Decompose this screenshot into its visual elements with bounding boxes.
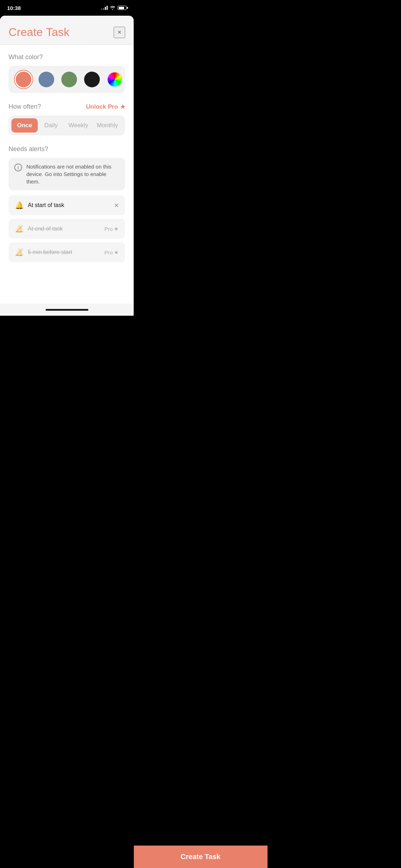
home-bar bbox=[46, 309, 88, 311]
alerts-section: Needs alerts? i Notifications are not en… bbox=[9, 145, 125, 262]
close-button[interactable]: × bbox=[114, 27, 125, 38]
color-option-rainbow[interactable] bbox=[107, 72, 123, 87]
star-icon: ★ bbox=[120, 103, 125, 110]
freq-once-button[interactable]: Once bbox=[11, 118, 38, 133]
sheet-header: Create Task × bbox=[0, 16, 134, 45]
color-option-pink[interactable] bbox=[16, 72, 31, 87]
freq-monthly-button[interactable]: Monthly bbox=[92, 118, 122, 133]
bell-muted-5min-icon: 🔔 bbox=[15, 248, 24, 257]
alert-start-close-button[interactable]: ✕ bbox=[114, 202, 119, 209]
notification-warning: i Notifications are not enabled on this … bbox=[9, 158, 125, 190]
home-indicator bbox=[0, 304, 134, 316]
alert-row-5min: 🔔 5 min before start Pro ★ bbox=[9, 242, 125, 262]
freq-weekly-button[interactable]: Weekly bbox=[64, 118, 92, 133]
color-section-label: What color? bbox=[9, 53, 125, 61]
info-icon: i bbox=[14, 164, 22, 171]
status-icons bbox=[101, 6, 127, 10]
alerts-section-label: Needs alerts? bbox=[9, 145, 125, 153]
color-option-black[interactable] bbox=[84, 72, 100, 87]
create-task-sheet: Create Task × What color? How often? Unl… bbox=[0, 16, 134, 304]
alert-row-end: 🔔 At end of task Pro ★ bbox=[9, 219, 125, 239]
color-picker bbox=[9, 66, 125, 93]
pro-star-icon: ★ bbox=[114, 226, 119, 232]
alert-end-label: At end of task bbox=[28, 226, 100, 232]
wifi-icon bbox=[110, 6, 115, 10]
time: 10:38 bbox=[7, 5, 21, 11]
notification-warning-text: Notifications are not enabled on this de… bbox=[26, 163, 119, 185]
frequency-selector: Once Daily Weekly Monthly bbox=[9, 115, 125, 135]
signal-icon bbox=[101, 6, 108, 10]
frequency-section-label: How often? bbox=[9, 103, 41, 110]
battery-icon bbox=[118, 6, 127, 10]
alert-row-start: 🔔 At start of task ✕ bbox=[9, 195, 125, 215]
freq-daily-button[interactable]: Daily bbox=[38, 118, 64, 133]
pro-badge-end: Pro ★ bbox=[104, 226, 119, 232]
page-title: Create Task bbox=[9, 26, 70, 39]
alert-5min-label: 5 min before start bbox=[28, 249, 100, 255]
pro-star-5min-icon: ★ bbox=[114, 249, 119, 255]
alert-start-label: At start of task bbox=[28, 202, 110, 208]
frequency-section-header: How often? Unlock Pro ★ bbox=[9, 103, 125, 110]
status-bar: 10:38 bbox=[0, 0, 134, 16]
unlock-pro-button[interactable]: Unlock Pro ★ bbox=[86, 103, 125, 110]
color-option-green[interactable] bbox=[61, 72, 77, 87]
color-option-blue[interactable] bbox=[38, 72, 54, 87]
bell-active-icon: 🔔 bbox=[15, 201, 24, 210]
bell-muted-end-icon: 🔔 bbox=[15, 224, 24, 233]
main-content: What color? How often? Unlock Pro ★ Once… bbox=[0, 45, 134, 304]
pro-badge-5min: Pro ★ bbox=[104, 249, 119, 255]
